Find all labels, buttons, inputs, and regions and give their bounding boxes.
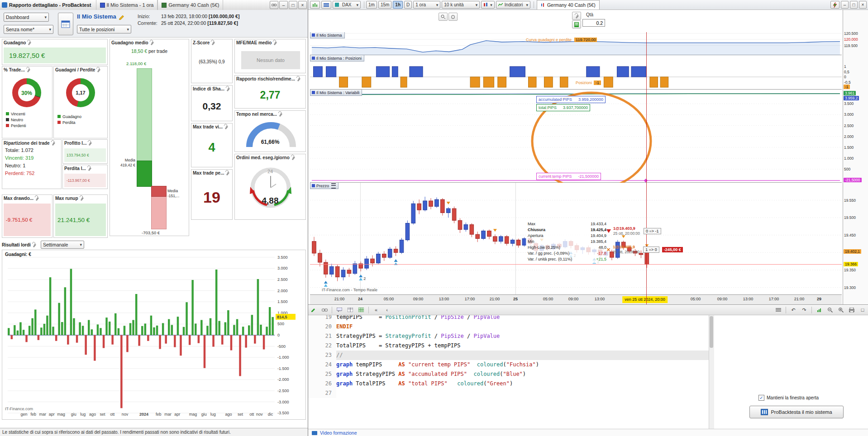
minimize-button[interactable]: –	[841, 1, 849, 9]
print-icon[interactable]	[847, 305, 857, 314]
time-label: 13:00	[595, 297, 605, 301]
units-select[interactable]: 10 k unità▾	[442, 1, 480, 9]
variables-table-icon[interactable]	[345, 305, 355, 314]
zoom-tool-icon[interactable]	[439, 13, 448, 21]
pane-menu-icon[interactable]	[331, 183, 336, 189]
zoom-in-icon[interactable]	[836, 305, 846, 314]
settings-wrench-icon[interactable]	[224, 125, 228, 129]
close-button[interactable]: ×	[298, 1, 307, 9]
run-backtest-button[interactable]: ProBacktesta il mio sistema	[749, 406, 844, 418]
positions-filter-select[interactable]: Tutte le posizioni▾	[77, 25, 131, 33]
code-line[interactable]: 27	[308, 389, 714, 398]
settings-wrench-icon[interactable]	[278, 112, 282, 116]
edit-pencil-icon[interactable]	[119, 14, 125, 20]
code-line[interactable]: 24graph tempPIPS AS "current temp PIPS" …	[308, 360, 714, 370]
spreadsheet-icon[interactable]	[356, 305, 366, 314]
positions-pane[interactable]: Il Mio Sistema : Posizioni Posizioni-1	[310, 55, 842, 90]
settings-wrench-icon[interactable]	[32, 243, 36, 247]
order-list-icon[interactable]	[773, 305, 783, 314]
qty-input[interactable]	[582, 19, 605, 27]
settings-wrench-icon[interactable]	[35, 196, 39, 200]
maximize-button[interactable]: □	[850, 1, 858, 9]
layout-select[interactable]: Senza nome*▾	[4, 25, 53, 34]
timeframe-select[interactable]: 1 ora▾	[413, 1, 440, 9]
export-data-icon[interactable]	[814, 305, 824, 314]
time-axis[interactable]: 21:002405:0009:0013:0017:0021:002505:000…	[310, 294, 842, 304]
watchlist-icon[interactable]	[321, 1, 331, 9]
link-icon[interactable]	[320, 305, 329, 314]
settings-wrench-icon[interactable]	[291, 156, 295, 160]
minimize-button[interactable]: –	[279, 1, 288, 9]
bar	[183, 327, 185, 335]
code-editor[interactable]: 19tempPIPS = PositionProfit / PipSize / …	[308, 315, 714, 429]
chart-style-select[interactable]: ▾	[481, 1, 495, 9]
keep-open-checkbox[interactable]: ✓	[758, 395, 764, 401]
settings-wrench-icon[interactable]	[80, 196, 84, 200]
indicators-select[interactable]: Indicatori▾	[496, 1, 530, 9]
code-line[interactable]: 26graph TotalPIPS AS "total PIPS" colour…	[308, 379, 714, 389]
pane-tab-prezzo[interactable]: Prezzo	[310, 183, 339, 189]
tf-15m-button[interactable]: 15m	[378, 1, 391, 9]
video-training-link[interactable]: Video formazione	[320, 430, 357, 436]
settings-wrench-icon[interactable]	[27, 41, 31, 45]
zoom-out-icon[interactable]	[825, 305, 835, 314]
settings-wrench-icon[interactable]	[296, 77, 300, 81]
bar	[245, 335, 247, 348]
code-line[interactable]: 19tempPIPS = PositionProfit / PipSize / …	[308, 315, 714, 322]
candle	[371, 256, 375, 267]
connection-status-icon[interactable]	[830, 1, 839, 9]
code-line[interactable]: 23//	[308, 351, 714, 360]
symbol-select[interactable]: DAX▾	[333, 1, 361, 9]
scroll-left-icon[interactable]: ‹	[382, 305, 392, 314]
code-line[interactable]: 20ENDIF	[308, 322, 714, 332]
price-pane[interactable]: 222 Prezzo Max19.433,4Chiusura19.425,4Ap…	[310, 183, 842, 294]
settings-wrench-icon[interactable]	[51, 141, 55, 145]
dashboard-select[interactable]: Dashboard▾	[4, 13, 49, 22]
probacktest-icon	[761, 409, 768, 415]
position-calculator-icon[interactable]	[572, 20, 581, 28]
tf-daily-button[interactable]: D	[404, 1, 412, 9]
settings-wrench-icon[interactable]	[150, 41, 154, 45]
keep-open-row[interactable]: ✓ Mantieni la finestra aperta	[758, 395, 819, 401]
new-chart-icon[interactable]	[310, 1, 320, 9]
settings-wrench-icon[interactable]	[26, 68, 30, 72]
settings-wrench-icon[interactable]	[96, 68, 100, 72]
code-line[interactable]: 25graph StrategyPIPS AS "accumulated PIP…	[308, 370, 714, 379]
period-select[interactable]: Settimanale▾	[41, 241, 84, 249]
date-range-button[interactable]	[58, 13, 73, 35]
equity-pane[interactable]: Il Mio Sistema Curva guadagni e perdite1…	[310, 32, 842, 55]
pane-tab-sistema[interactable]: Il Mio Sistema	[310, 32, 345, 38]
pane-tab-variabili[interactable]: Il Mio Sistema : Variabili	[310, 90, 362, 96]
weekly-results-chart[interactable]: Guadagni: € 3.5003.0002.5002.0001.5001.0…	[2, 250, 306, 420]
settings-wrench-icon[interactable]	[211, 41, 215, 45]
tf-1h-button[interactable]: 1h	[393, 1, 403, 9]
code-line[interactable]: 22TotalPIPS = StrategyPIPS + tempPIPS	[308, 341, 714, 351]
edit-code-icon[interactable]	[309, 305, 319, 314]
undo-icon[interactable]: ↶	[788, 305, 798, 314]
settings-wrench-icon[interactable]	[225, 171, 229, 175]
settings-wrench-icon[interactable]	[226, 87, 230, 91]
code-line[interactable]: 21StrategyPIPS = StrategyProfit / PipSiz…	[308, 332, 714, 341]
price-scale[interactable]: 120.500120.000119.50010,50-0,5-13.5003.0…	[843, 10, 868, 304]
collapse-panel-icon[interactable]: «	[371, 305, 381, 314]
tab-sistema[interactable]: Il Mio Sistema - 1 ora	[96, 0, 158, 10]
detach-window-icon[interactable]: □	[858, 305, 868, 314]
order-settings-wrench-icon[interactable]	[572, 12, 581, 20]
settings-wrench-icon[interactable]	[88, 141, 92, 145]
tab-instrument[interactable]: Germany 40 Cash (5€)	[157, 0, 223, 10]
code-scrollbar[interactable]	[709, 315, 714, 429]
close-button[interactable]: ×	[859, 1, 867, 9]
instrument-tab[interactable]: Germany 40 Cash (5€)	[537, 0, 600, 9]
settings-wrench-icon[interactable]	[273, 41, 277, 45]
link-windows-icon[interactable]	[270, 1, 278, 9]
tf-1m-button[interactable]: 1m	[366, 1, 377, 9]
redo-icon[interactable]: ↷	[799, 305, 809, 314]
maximize-button[interactable]: □	[289, 1, 297, 9]
comment-icon[interactable]	[334, 305, 344, 314]
settings-wrench-icon[interactable]	[87, 166, 91, 171]
hand-tool-icon[interactable]	[448, 13, 458, 21]
scrollbar-thumb[interactable]	[710, 316, 713, 348]
variables-pane[interactable]: Il Mio Sistema : Variabili accumulated P…	[310, 90, 842, 183]
pane-tab-posizioni[interactable]: Il Mio Sistema : Posizioni	[310, 55, 364, 62]
svg-text:mar: mar	[164, 412, 172, 417]
